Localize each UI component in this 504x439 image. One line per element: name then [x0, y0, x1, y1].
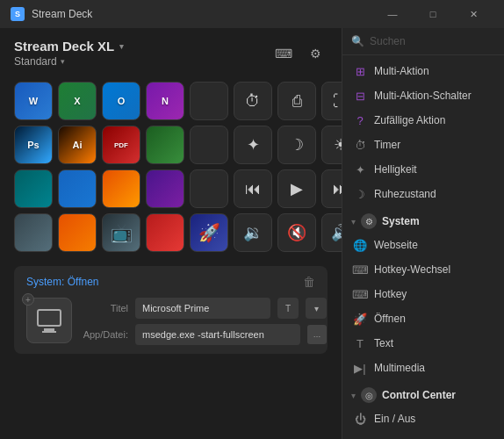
action-panel-title: System: Öffnen: [26, 276, 99, 288]
panel-item-timer[interactable]: ⏱ Timer: [342, 133, 504, 157]
deck-title-chevron: ▾: [119, 42, 124, 51]
grid-cell-empty1[interactable]: [190, 82, 228, 120]
settings-icon-button[interactable]: ⚙: [303, 41, 328, 66]
section-header-control-center[interactable]: ▾ ◎ Control Center: [342, 380, 504, 407]
keyboard-icon: ⌨: [275, 47, 292, 61]
grid-cell-rocket[interactable]: 🚀: [190, 213, 228, 252]
action-icon-preview[interactable]: +: [26, 298, 72, 343]
add-overlay-icon: +: [22, 293, 34, 306]
search-input[interactable]: [370, 35, 501, 47]
grid-cell-traktor[interactable]: [14, 169, 53, 208]
app-input[interactable]: [135, 324, 300, 345]
grid-cell-vol-mute[interactable]: 🔇: [277, 213, 316, 252]
panel-item-random-action[interactable]: ? Zufällige Aktion: [342, 108, 504, 133]
maximize-button[interactable]: □: [413, 0, 453, 28]
chevron-down-icon: ▾: [314, 304, 319, 313]
grid-cell-pdf[interactable]: PDF: [102, 126, 140, 164]
header-icons: ⌨ ⚙: [271, 41, 328, 66]
keyboard-icon-button[interactable]: ⌨: [271, 41, 296, 66]
grid-cell-media[interactable]: [146, 169, 184, 208]
panel-item-multi-action-switch[interactable]: ⊟ Multi-Aktion-Schalter: [342, 83, 504, 108]
panel-item-label: Hotkey-Wechsel: [374, 263, 450, 276]
panel-item-icon: ⊞: [353, 64, 367, 78]
action-symbol-icon: ⏱: [245, 92, 261, 111]
browse-button[interactable]: …: [307, 325, 327, 344]
grid-cell-skip-back[interactable]: ⏮: [234, 169, 272, 208]
grid-cell-ai[interactable]: Ai: [58, 126, 97, 164]
action-form: Titel T ▾ App/Datei: …: [83, 298, 327, 345]
grid-cell-onenote[interactable]: N: [146, 82, 184, 120]
title-input[interactable]: [135, 298, 270, 319]
grid-cell-orange-diamond[interactable]: [102, 169, 140, 208]
grid-cell-screenshot[interactable]: ⎙: [277, 82, 316, 120]
action-symbol-icon: ⎙: [292, 92, 302, 111]
grid-cell-vol-down[interactable]: 🔉: [234, 213, 272, 252]
panel-item-icon: ⏱: [353, 138, 367, 152]
grid-cell-brightness[interactable]: ✦: [234, 126, 272, 164]
panel-item-label: Text: [374, 337, 393, 349]
button-grid: WXON⏱⎙⛶PsAiPDF✦☽☀⏮▶⏭📺🚀🔉🔇🔊: [0, 75, 342, 259]
panel-item-label: Timer: [374, 139, 400, 151]
grid-cell-play[interactable]: ▶: [277, 169, 316, 208]
panel-item-icon: 🚀: [353, 312, 367, 326]
panel-item-website[interactable]: 🌐 Webseite: [342, 233, 504, 257]
panel-item-label: Ein / Aus: [374, 413, 415, 425]
grid-cell-ps[interactable]: Ps: [14, 126, 53, 164]
panel-item-text[interactable]: T Text: [342, 331, 504, 356]
section-header-system[interactable]: ▾ ⚙ System: [342, 206, 504, 233]
grid-cell-word[interactable]: W: [14, 82, 53, 120]
panel-item-brightness[interactable]: ✦ Helligkeit: [342, 157, 504, 182]
panel-item-hotkey[interactable]: ⌨ Hotkey: [342, 282, 504, 306]
deck-profile[interactable]: Standard ▾: [14, 55, 124, 68]
icon-label: PDF: [114, 141, 128, 149]
grid-cell-moon[interactable]: ☽: [277, 126, 316, 164]
action-symbol-icon: ☽: [290, 135, 304, 155]
delete-icon[interactable]: 🗑: [303, 275, 315, 289]
panel-item-hotkey-switch[interactable]: ⌨ Hotkey-Wechsel: [342, 257, 504, 282]
left-panel: Stream Deck XL ▾ Standard ▾ ⌨ ⚙ WXON⏱⎙⛶P…: [0, 28, 342, 439]
font-button[interactable]: T: [277, 298, 299, 319]
panel-item-sleep[interactable]: ☽ Ruhezustand: [342, 182, 504, 206]
grid-cell-sun[interactable]: ☀: [321, 126, 342, 164]
panel-item-label: Multi-Aktion-Schalter: [374, 90, 472, 102]
grid-cell-soundblaster[interactable]: [146, 213, 184, 252]
action-symbol-icon: 🔉: [243, 223, 263, 242]
grid-cell-skip-fwd[interactable]: ⏭: [321, 169, 342, 208]
grid-cell-empty2[interactable]: [190, 126, 228, 164]
section-icon: ◎: [361, 387, 377, 403]
section-icon: ⚙: [361, 213, 377, 229]
grid-cell-triangle2[interactable]: [58, 213, 97, 252]
panel-item-power[interactable]: ⏻ Ein / Aus: [342, 407, 504, 431]
panel-item-icon: ⌨: [353, 263, 367, 277]
deck-title[interactable]: Stream Deck XL ▾: [14, 39, 124, 54]
minimize-button[interactable]: —: [372, 0, 413, 28]
section-chevron-icon: ▾: [351, 217, 356, 227]
close-button[interactable]: ✕: [453, 0, 493, 28]
panel-item-brightness-set[interactable]: ✦ Helligkeit einstellen: [342, 431, 504, 439]
action-symbol-icon: 🔊: [331, 223, 342, 242]
grid-cell-refresh[interactable]: [58, 169, 97, 208]
title-bar: S Stream Deck — □ ✕: [0, 0, 504, 28]
font-icon: T: [285, 304, 291, 313]
panel-item-label: Hotkey: [374, 288, 407, 300]
grid-cell-vol-up[interactable]: 🔊: [321, 213, 342, 252]
grid-cell-megaphone[interactable]: [14, 213, 53, 252]
panel-item-open[interactable]: 🚀 Öffnen: [342, 306, 504, 331]
panel-item-label: Webseite: [374, 239, 418, 251]
app-icon: S: [11, 7, 25, 21]
rocket-emoji-icon: 🚀: [198, 222, 220, 243]
grid-cell-empty3[interactable]: [190, 169, 228, 208]
grid-cell-green[interactable]: [146, 126, 184, 164]
icon-label: O: [118, 96, 126, 106]
dropdown-button[interactable]: ▾: [306, 298, 327, 319]
grid-cell-fullscreen[interactable]: ⛶: [321, 82, 342, 120]
grid-cell-outlook[interactable]: O: [102, 82, 140, 120]
panel-item-multi-action[interactable]: ⊞ Multi-Aktion: [342, 59, 504, 83]
grid-cell-timer[interactable]: ⏱: [234, 82, 272, 120]
section-title: System: [382, 215, 420, 227]
section-chevron-icon: ▾: [351, 391, 356, 400]
grid-cell-excel[interactable]: X: [58, 82, 97, 120]
grid-cell-tv[interactable]: 📺: [102, 213, 140, 252]
panel-item-multimedia[interactable]: ▶| Multimedia: [342, 356, 504, 380]
panel-item-icon: ✦: [353, 162, 367, 176]
